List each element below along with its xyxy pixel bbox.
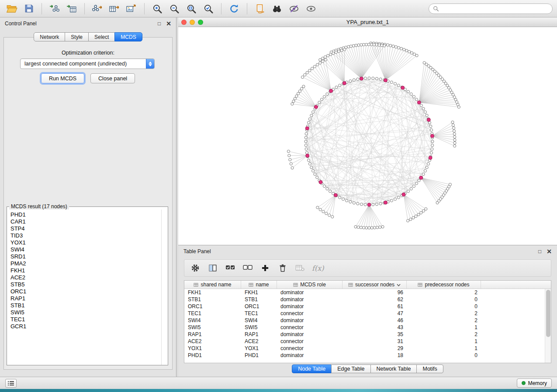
tab-motifs[interactable]: Motifs [416, 364, 443, 373]
cell-successor-nodes[interactable]: 96 [343, 289, 407, 296]
cell-predecessor-nodes[interactable]: 2 [407, 289, 481, 296]
cell-name[interactable]: SWI4 [241, 317, 277, 323]
cell-name[interactable]: TEC1 [241, 310, 277, 316]
column-header-predecessor-nodes[interactable]: predecessor nodes [407, 281, 481, 289]
table-settings-button[interactable] [190, 262, 201, 274]
mcds-result-item[interactable]: STB1 [10, 302, 161, 309]
cell-successor-nodes[interactable]: 47 [343, 310, 407, 316]
cell-name[interactable]: PHD1 [241, 352, 277, 358]
cell-successor-nodes[interactable]: 18 [343, 352, 407, 358]
deselect-all-rows-button[interactable] [242, 262, 253, 274]
import-table-button[interactable] [64, 2, 79, 15]
network-window-titlebar[interactable]: YPA_prune.txt_1 [178, 17, 557, 27]
cell-successor-nodes[interactable]: 43 [343, 324, 407, 330]
export-table-button[interactable] [107, 2, 122, 15]
mcds-result-list[interactable]: PHD1CAR1STP4TID3YOX1SWI4SRD1PMA2FKH1ACE2… [7, 210, 161, 364]
close-panel-icon[interactable]: ✕ [166, 21, 171, 26]
table-row[interactable]: RAP1RAP1dominator352 [184, 331, 545, 338]
tab-style[interactable]: Style [65, 32, 89, 41]
column-header-successor-nodes[interactable]: successor nodes [343, 281, 407, 289]
memory-button[interactable]: Memory [517, 378, 552, 388]
float-table-panel-icon[interactable]: □ [538, 249, 541, 254]
mcds-result-item[interactable]: SWI4 [10, 246, 161, 253]
cell-MCDS-role[interactable]: dominator [277, 289, 343, 296]
table-row[interactable]: STB1STB1dominator620 [184, 296, 545, 303]
show-column-button[interactable] [207, 262, 218, 274]
hide-graphics-details-button[interactable] [287, 2, 301, 15]
cell-shared-name[interactable]: YOX1 [184, 345, 241, 351]
table-row[interactable]: ACE2ACE2connector311 [184, 338, 545, 345]
tab-network-table[interactable]: Network Table [370, 364, 417, 373]
cell-name[interactable]: SWI5 [241, 324, 277, 330]
window-maximize-icon[interactable] [198, 20, 203, 25]
column-header-shared-name[interactable]: shared name [184, 281, 241, 289]
zoom-out-button[interactable] [167, 2, 182, 15]
table-scrollbar-thumb[interactable] [546, 290, 550, 337]
apply-layout-button[interactable] [227, 2, 242, 15]
window-close-icon[interactable] [181, 20, 187, 25]
tab-select[interactable]: Select [88, 32, 115, 41]
tab-node-table[interactable]: Node Table [292, 364, 332, 373]
zoom-in-button[interactable] [150, 2, 165, 15]
close-table-panel-icon[interactable]: ✕ [547, 249, 552, 254]
select-all-rows-button[interactable] [225, 262, 236, 274]
table-row[interactable]: FKH1FKH1dominator962 [184, 289, 545, 296]
cell-MCDS-role[interactable]: dominator [277, 331, 343, 337]
cell-predecessor-nodes[interactable]: 2 [407, 310, 481, 316]
cell-shared-name[interactable]: RAP1 [184, 331, 241, 337]
cell-predecessor-nodes[interactable]: 1 [407, 338, 481, 344]
export-network-button[interactable] [90, 2, 105, 15]
mcds-result-item[interactable]: STB5 [10, 281, 161, 288]
table-row[interactable]: SWI5SWI5connector431 [184, 324, 545, 331]
tab-mcds[interactable]: MCDS [114, 32, 142, 41]
cell-successor-nodes[interactable]: 31 [343, 338, 407, 344]
show-graphics-details-button[interactable] [304, 2, 318, 15]
cell-successor-nodes[interactable]: 61 [343, 303, 407, 309]
delete-column-button[interactable] [277, 262, 288, 274]
cell-name[interactable]: FKH1 [241, 289, 277, 296]
zoom-selected-button[interactable] [201, 2, 216, 15]
open-file-button[interactable] [4, 2, 19, 15]
mcds-result-item[interactable]: TEC1 [10, 316, 161, 323]
cell-shared-name[interactable]: ACE2 [184, 338, 241, 344]
cell-shared-name[interactable]: ORC1 [184, 303, 241, 309]
mcds-result-item[interactable]: PHD1 [10, 211, 161, 218]
cell-MCDS-role[interactable]: dominator [277, 352, 343, 358]
clone-network-button[interactable] [253, 2, 267, 15]
cell-predecessor-nodes[interactable]: 2 [407, 331, 481, 337]
mcds-result-item[interactable]: CAR1 [10, 218, 161, 225]
cell-shared-name[interactable]: SWI5 [184, 324, 241, 330]
mcds-result-item[interactable]: PMA2 [10, 260, 161, 267]
window-minimize-icon[interactable] [190, 20, 195, 25]
close-mcds-panel-button[interactable]: Close panel [90, 73, 135, 83]
cell-name[interactable]: YOX1 [241, 345, 277, 351]
cell-successor-nodes[interactable]: 62 [343, 296, 407, 303]
run-mcds-button[interactable]: Run MCDS [41, 73, 84, 83]
table-row[interactable]: SWI4SWI4dominator462 [184, 317, 545, 324]
cell-predecessor-nodes[interactable]: 1 [407, 345, 481, 351]
mcds-result-item[interactable]: FKH1 [10, 267, 161, 274]
save-session-button[interactable] [21, 2, 36, 15]
column-header-name[interactable]: name [241, 281, 277, 289]
import-network-button[interactable] [47, 2, 62, 15]
tab-network[interactable]: Network [34, 32, 65, 41]
mcds-result-item[interactable]: ORC1 [10, 288, 161, 295]
mcds-result-item[interactable]: STP4 [10, 225, 161, 232]
tab-edge-table[interactable]: Edge Table [331, 364, 370, 373]
mcds-result-item[interactable]: GCR1 [10, 323, 161, 330]
mcds-result-item[interactable]: SRD1 [10, 253, 161, 260]
float-panel-icon[interactable]: □ [158, 21, 161, 26]
table-row[interactable]: TEC1TEC1connector472 [184, 310, 545, 317]
search-input[interactable] [442, 6, 548, 12]
network-canvas[interactable] [178, 27, 557, 244]
mcds-result-item[interactable]: ACE2 [10, 274, 161, 281]
search-box[interactable] [429, 3, 553, 14]
table-row[interactable]: PHD1PHD1dominator180 [184, 352, 545, 359]
table-row[interactable]: ORC1ORC1dominator610 [184, 303, 545, 310]
cell-successor-nodes[interactable]: 46 [343, 317, 407, 323]
cell-MCDS-role[interactable]: dominator [277, 296, 343, 303]
table-row[interactable]: YOX1YOX1connector291 [184, 345, 545, 352]
find-button[interactable] [270, 2, 284, 15]
mcds-result-item[interactable]: YOX1 [10, 239, 161, 246]
table-scrollbar[interactable] [545, 289, 551, 363]
